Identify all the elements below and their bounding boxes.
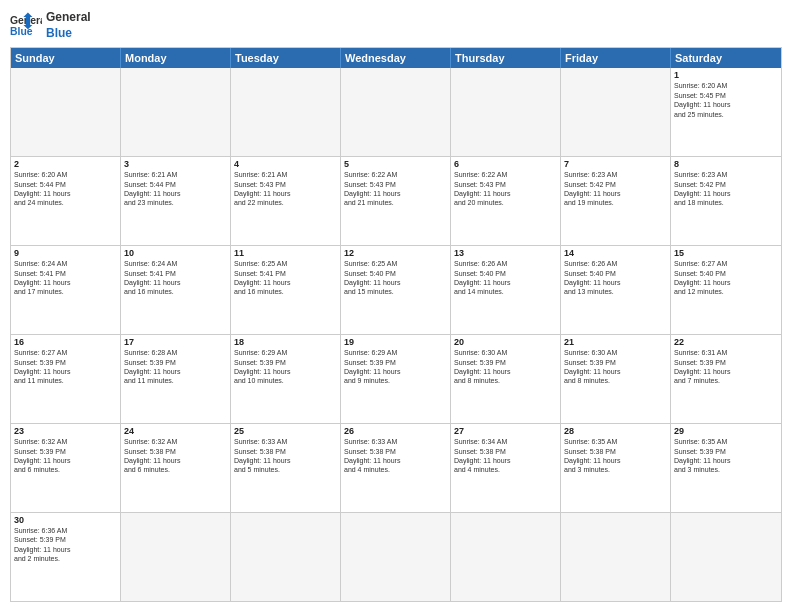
cal-cell [671, 513, 781, 601]
cal-cell: 1Sunrise: 6:20 AM Sunset: 5:45 PM Daylig… [671, 68, 781, 156]
day-number: 29 [674, 426, 778, 436]
cal-cell [561, 68, 671, 156]
day-number: 30 [14, 515, 117, 525]
cal-cell: 13Sunrise: 6:26 AM Sunset: 5:40 PM Dayli… [451, 246, 561, 334]
day-number: 7 [564, 159, 667, 169]
cal-cell: 5Sunrise: 6:22 AM Sunset: 5:43 PM Daylig… [341, 157, 451, 245]
cell-info: Sunrise: 6:20 AM Sunset: 5:45 PM Dayligh… [674, 81, 778, 119]
header-day-monday: Monday [121, 48, 231, 68]
cal-cell: 17Sunrise: 6:28 AM Sunset: 5:39 PM Dayli… [121, 335, 231, 423]
cal-cell: 18Sunrise: 6:29 AM Sunset: 5:39 PM Dayli… [231, 335, 341, 423]
cell-info: Sunrise: 6:36 AM Sunset: 5:39 PM Dayligh… [14, 526, 117, 564]
cal-cell: 11Sunrise: 6:25 AM Sunset: 5:41 PM Dayli… [231, 246, 341, 334]
day-number: 17 [124, 337, 227, 347]
cell-info: Sunrise: 6:35 AM Sunset: 5:38 PM Dayligh… [564, 437, 667, 475]
day-number: 8 [674, 159, 778, 169]
header-day-tuesday: Tuesday [231, 48, 341, 68]
cell-info: Sunrise: 6:33 AM Sunset: 5:38 PM Dayligh… [234, 437, 337, 475]
header-day-thursday: Thursday [451, 48, 561, 68]
day-number: 27 [454, 426, 557, 436]
day-number: 20 [454, 337, 557, 347]
cal-cell: 8Sunrise: 6:23 AM Sunset: 5:42 PM Daylig… [671, 157, 781, 245]
day-number: 25 [234, 426, 337, 436]
week-row-0: 1Sunrise: 6:20 AM Sunset: 5:45 PM Daylig… [11, 68, 781, 157]
day-number: 15 [674, 248, 778, 258]
cell-info: Sunrise: 6:34 AM Sunset: 5:38 PM Dayligh… [454, 437, 557, 475]
cal-cell: 26Sunrise: 6:33 AM Sunset: 5:38 PM Dayli… [341, 424, 451, 512]
cal-cell [231, 513, 341, 601]
cell-info: Sunrise: 6:28 AM Sunset: 5:39 PM Dayligh… [124, 348, 227, 386]
cal-cell: 23Sunrise: 6:32 AM Sunset: 5:39 PM Dayli… [11, 424, 121, 512]
cal-cell [561, 513, 671, 601]
cell-info: Sunrise: 6:30 AM Sunset: 5:39 PM Dayligh… [564, 348, 667, 386]
cal-cell [451, 513, 561, 601]
cal-cell: 2Sunrise: 6:20 AM Sunset: 5:44 PM Daylig… [11, 157, 121, 245]
cal-cell: 20Sunrise: 6:30 AM Sunset: 5:39 PM Dayli… [451, 335, 561, 423]
day-number: 13 [454, 248, 557, 258]
cal-cell: 22Sunrise: 6:31 AM Sunset: 5:39 PM Dayli… [671, 335, 781, 423]
day-number: 16 [14, 337, 117, 347]
cal-cell: 12Sunrise: 6:25 AM Sunset: 5:40 PM Dayli… [341, 246, 451, 334]
day-number: 5 [344, 159, 447, 169]
day-number: 4 [234, 159, 337, 169]
cell-info: Sunrise: 6:32 AM Sunset: 5:39 PM Dayligh… [14, 437, 117, 475]
cal-cell [11, 68, 121, 156]
calendar-header: SundayMondayTuesdayWednesdayThursdayFrid… [11, 48, 781, 68]
day-number: 6 [454, 159, 557, 169]
cell-info: Sunrise: 6:21 AM Sunset: 5:43 PM Dayligh… [234, 170, 337, 208]
calendar-body: 1Sunrise: 6:20 AM Sunset: 5:45 PM Daylig… [11, 68, 781, 601]
logo-general: General [46, 10, 91, 26]
week-row-1: 2Sunrise: 6:20 AM Sunset: 5:44 PM Daylig… [11, 157, 781, 246]
page: General Blue General Blue SundayMondayTu… [0, 0, 792, 612]
cell-info: Sunrise: 6:24 AM Sunset: 5:41 PM Dayligh… [14, 259, 117, 297]
cal-cell [231, 68, 341, 156]
week-row-5: 30Sunrise: 6:36 AM Sunset: 5:39 PM Dayli… [11, 513, 781, 601]
cal-cell: 7Sunrise: 6:23 AM Sunset: 5:42 PM Daylig… [561, 157, 671, 245]
cal-cell: 25Sunrise: 6:33 AM Sunset: 5:38 PM Dayli… [231, 424, 341, 512]
cal-cell: 28Sunrise: 6:35 AM Sunset: 5:38 PM Dayli… [561, 424, 671, 512]
day-number: 9 [14, 248, 117, 258]
cell-info: Sunrise: 6:25 AM Sunset: 5:40 PM Dayligh… [344, 259, 447, 297]
cal-cell [121, 513, 231, 601]
day-number: 24 [124, 426, 227, 436]
day-number: 23 [14, 426, 117, 436]
cal-cell: 24Sunrise: 6:32 AM Sunset: 5:38 PM Dayli… [121, 424, 231, 512]
header-day-friday: Friday [561, 48, 671, 68]
cal-cell: 15Sunrise: 6:27 AM Sunset: 5:40 PM Dayli… [671, 246, 781, 334]
cell-info: Sunrise: 6:27 AM Sunset: 5:40 PM Dayligh… [674, 259, 778, 297]
cal-cell: 29Sunrise: 6:35 AM Sunset: 5:39 PM Dayli… [671, 424, 781, 512]
day-number: 18 [234, 337, 337, 347]
cal-cell [451, 68, 561, 156]
day-number: 1 [674, 70, 778, 80]
cal-cell: 6Sunrise: 6:22 AM Sunset: 5:43 PM Daylig… [451, 157, 561, 245]
week-row-2: 9Sunrise: 6:24 AM Sunset: 5:41 PM Daylig… [11, 246, 781, 335]
logo-blue: Blue [46, 26, 91, 42]
calendar: SundayMondayTuesdayWednesdayThursdayFrid… [10, 47, 782, 602]
cell-info: Sunrise: 6:31 AM Sunset: 5:39 PM Dayligh… [674, 348, 778, 386]
cal-cell: 30Sunrise: 6:36 AM Sunset: 5:39 PM Dayli… [11, 513, 121, 601]
cell-info: Sunrise: 6:22 AM Sunset: 5:43 PM Dayligh… [344, 170, 447, 208]
header-day-sunday: Sunday [11, 48, 121, 68]
cal-cell [341, 68, 451, 156]
cell-info: Sunrise: 6:33 AM Sunset: 5:38 PM Dayligh… [344, 437, 447, 475]
day-number: 3 [124, 159, 227, 169]
day-number: 22 [674, 337, 778, 347]
cell-info: Sunrise: 6:22 AM Sunset: 5:43 PM Dayligh… [454, 170, 557, 208]
week-row-4: 23Sunrise: 6:32 AM Sunset: 5:39 PM Dayli… [11, 424, 781, 513]
logo-icon: General Blue [10, 12, 42, 40]
cal-cell: 16Sunrise: 6:27 AM Sunset: 5:39 PM Dayli… [11, 335, 121, 423]
cal-cell: 3Sunrise: 6:21 AM Sunset: 5:44 PM Daylig… [121, 157, 231, 245]
cell-info: Sunrise: 6:21 AM Sunset: 5:44 PM Dayligh… [124, 170, 227, 208]
cal-cell: 14Sunrise: 6:26 AM Sunset: 5:40 PM Dayli… [561, 246, 671, 334]
cell-info: Sunrise: 6:24 AM Sunset: 5:41 PM Dayligh… [124, 259, 227, 297]
week-row-3: 16Sunrise: 6:27 AM Sunset: 5:39 PM Dayli… [11, 335, 781, 424]
header: General Blue General Blue [10, 10, 782, 41]
logo: General Blue General Blue [10, 10, 91, 41]
day-number: 10 [124, 248, 227, 258]
cal-cell: 27Sunrise: 6:34 AM Sunset: 5:38 PM Dayli… [451, 424, 561, 512]
cell-info: Sunrise: 6:29 AM Sunset: 5:39 PM Dayligh… [344, 348, 447, 386]
cal-cell: 4Sunrise: 6:21 AM Sunset: 5:43 PM Daylig… [231, 157, 341, 245]
cell-info: Sunrise: 6:23 AM Sunset: 5:42 PM Dayligh… [564, 170, 667, 208]
cell-info: Sunrise: 6:27 AM Sunset: 5:39 PM Dayligh… [14, 348, 117, 386]
day-number: 19 [344, 337, 447, 347]
